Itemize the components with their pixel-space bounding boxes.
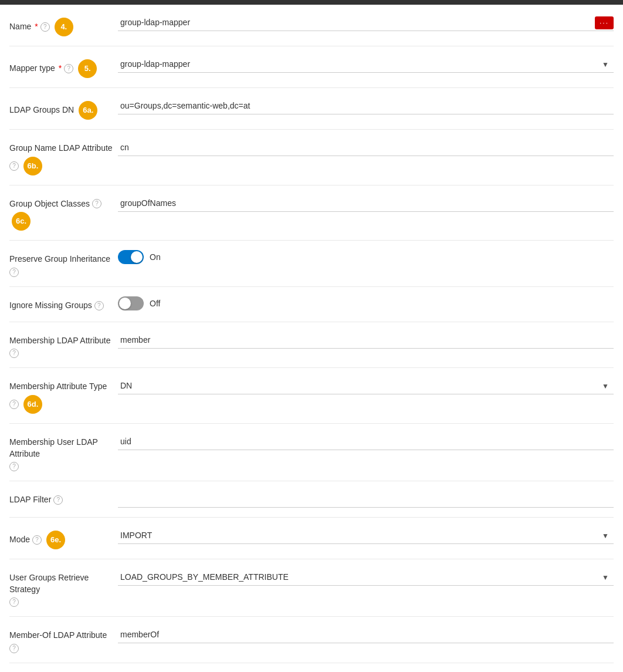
name-row: Name * ? 4. ··· (9, 5, 614, 46)
ldap-groups-dn-row: LDAP Groups DN 6a. (9, 88, 614, 130)
ldap-groups-dn-step-badge: 6a. (79, 101, 97, 120)
mapper-type-control: group-ldap-mapper ▼ (118, 56, 614, 73)
preserve-group-inheritance-toggle[interactable] (118, 250, 144, 264)
preserve-group-inheritance-toggle-wrapper: On (118, 250, 161, 264)
member-of-ldap-attr-control (118, 626, 614, 643)
membership-attr-type-row: Membership Attribute Type ? 6d. DN ▼ (9, 368, 614, 424)
ignore-missing-groups-row: Ignore Missing Groups ? Off (9, 287, 614, 322)
group-name-ldap-attr-label-text: Group Name LDAP Attribute (9, 143, 113, 154)
mapper-type-label: Mapper type * ? 5. (9, 56, 118, 78)
membership-user-ldap-attr-help-icon[interactable]: ? (9, 462, 19, 471)
user-groups-retrieve-strategy-label-text: User Groups Retrieve Strategy (9, 572, 118, 595)
group-object-classes-help-icon[interactable]: ? (92, 199, 101, 208)
mapper-type-select[interactable]: group-ldap-mapper (118, 56, 614, 73)
group-name-ldap-attr-help-icon[interactable]: ? (9, 161, 19, 171)
name-required: * (35, 21, 38, 33)
ldap-filter-label: LDAP Filter ? (9, 491, 118, 506)
group-object-classes-step-badge: 6c. (12, 212, 31, 231)
ignore-missing-groups-toggle-wrapper: Off (118, 296, 160, 310)
membership-attr-type-label: Membership Attribute Type ? 6d. (9, 377, 118, 414)
name-input[interactable] (118, 14, 614, 31)
user-groups-retrieve-strategy-select-wrapper: LOAD_GROUPS_BY_MEMBER_ATTRIBUTE ▼ (118, 569, 614, 586)
group-name-ldap-attr-label: Group Name LDAP Attribute ? 6b. (9, 139, 118, 175)
member-of-ldap-attr-help-icon[interactable]: ? (9, 644, 19, 653)
group-name-ldap-attr-step-badge: 6b. (23, 157, 42, 175)
ignore-missing-groups-state-label: Off (150, 299, 160, 308)
mapper-type-required: * (59, 63, 62, 75)
membership-ldap-attr-label-text: Membership LDAP Attribute (9, 335, 111, 347)
ignore-missing-groups-label-text: Ignore Missing Groups (9, 300, 92, 312)
preserve-group-inheritance-control: On (118, 250, 614, 264)
preserve-group-inheritance-state-label: On (150, 252, 161, 262)
mode-label: Mode ? 6e. (9, 527, 118, 549)
membership-user-ldap-attr-label-text: Membership User LDAP Attribute (9, 437, 118, 460)
name-label: Name * ? 4. (9, 14, 118, 36)
mode-row: Mode ? 6e. IMPORT ▼ (9, 518, 614, 559)
mode-select[interactable]: IMPORT (118, 527, 614, 544)
group-object-classes-row: Group Object Classes ? 6c. (9, 185, 614, 241)
mode-step-badge: 6e. (46, 531, 65, 549)
ldap-groups-dn-label: LDAP Groups DN 6a. (9, 97, 118, 120)
membership-user-ldap-attr-control (118, 433, 614, 450)
user-groups-retrieve-strategy-label: User Groups Retrieve Strategy ? (9, 569, 118, 607)
group-name-ldap-attr-input[interactable] (118, 139, 614, 156)
membership-attr-type-select-wrapper: DN ▼ (118, 377, 614, 394)
membership-ldap-attr-input[interactable] (118, 332, 614, 349)
ldap-filter-control (118, 491, 614, 508)
group-object-classes-label-text: Group Object Classes (9, 198, 90, 210)
membership-attr-type-help-icon[interactable]: ? (9, 400, 19, 409)
membership-ldap-attr-row: Membership LDAP Attribute ? (9, 322, 614, 369)
ldap-filter-label-text: LDAP Filter (9, 494, 51, 506)
ignore-missing-groups-track (118, 296, 144, 310)
user-groups-retrieve-strategy-control: LOAD_GROUPS_BY_MEMBER_ATTRIBUTE ▼ (118, 569, 614, 586)
group-object-classes-control (118, 195, 614, 212)
mode-select-wrapper: IMPORT ▼ (118, 527, 614, 544)
ignore-missing-groups-toggle[interactable] (118, 296, 144, 310)
member-of-ldap-attr-input[interactable] (118, 626, 614, 643)
ignore-missing-groups-control: Off (118, 296, 614, 310)
membership-user-ldap-attr-input[interactable] (118, 433, 614, 450)
mapper-type-step-badge: 5. (78, 59, 97, 78)
preserve-group-inheritance-help-icon[interactable]: ? (9, 268, 19, 277)
ignore-missing-groups-label: Ignore Missing Groups ? (9, 296, 118, 312)
group-object-classes-label: Group Object Classes ? 6c. (9, 195, 118, 231)
ldap-filter-input[interactable] (118, 491, 614, 508)
name-step-badge: 4. (55, 18, 73, 36)
mode-help-icon[interactable]: ? (32, 535, 42, 545)
user-groups-retrieve-strategy-row: User Groups Retrieve Strategy ? LOAD_GRO… (9, 559, 614, 617)
membership-attr-type-control: DN ▼ (118, 377, 614, 394)
preserve-group-inheritance-track (118, 250, 144, 264)
membership-user-ldap-attr-row: Membership User LDAP Attribute ? (9, 424, 614, 481)
ignore-missing-groups-help-icon[interactable]: ? (94, 301, 104, 310)
name-label-text: Name (9, 21, 31, 33)
name-help-icon[interactable]: ? (40, 22, 50, 32)
name-menu-button[interactable]: ··· (595, 16, 614, 29)
preserve-group-inheritance-label-text: Preserve Group Inheritance (9, 254, 110, 265)
ldap-groups-dn-control (118, 97, 614, 114)
member-of-ldap-attr-label: Member-Of LDAP Attribute ? (9, 626, 118, 653)
membership-attr-type-select[interactable]: DN (118, 377, 614, 394)
preserve-group-inheritance-row: Preserve Group Inheritance ? On (9, 241, 614, 287)
group-name-ldap-attr-control (118, 139, 614, 156)
membership-ldap-attr-label: Membership LDAP Attribute ? (9, 332, 118, 359)
ldap-filter-help-icon[interactable]: ? (53, 495, 63, 505)
ldap-groups-dn-label-text: LDAP Groups DN (9, 104, 74, 116)
membership-attr-type-label-text: Membership Attribute Type (9, 381, 107, 393)
ignore-missing-groups-thumb (119, 298, 131, 309)
mapper-type-select-wrapper: group-ldap-mapper ▼ (118, 56, 614, 73)
membership-ldap-attr-help-icon[interactable]: ? (9, 349, 19, 358)
group-object-classes-input[interactable] (118, 195, 614, 212)
ldap-groups-dn-input[interactable] (118, 97, 614, 114)
ldap-filter-row: LDAP Filter ? (9, 481, 614, 518)
user-groups-retrieve-strategy-help-icon[interactable]: ? (9, 597, 19, 607)
preserve-group-inheritance-thumb (131, 251, 143, 263)
mapper-type-help-icon[interactable]: ? (64, 64, 73, 73)
mode-label-text: Mode (9, 534, 30, 546)
preserve-group-inheritance-label: Preserve Group Inheritance ? (9, 250, 118, 277)
member-of-ldap-attr-label-text: Member-Of LDAP Attribute (9, 630, 107, 641)
form-container: Name * ? 4. ··· Mapper type * ? 5. group… (0, 5, 623, 672)
user-groups-retrieve-strategy-select[interactable]: LOAD_GROUPS_BY_MEMBER_ATTRIBUTE (118, 569, 614, 586)
mapper-type-label-text: Mapper type (9, 63, 55, 75)
mapped-group-attributes-row: Mapped Group Attributes ? (9, 663, 614, 672)
member-of-ldap-attr-row: Member-Of LDAP Attribute ? (9, 617, 614, 663)
